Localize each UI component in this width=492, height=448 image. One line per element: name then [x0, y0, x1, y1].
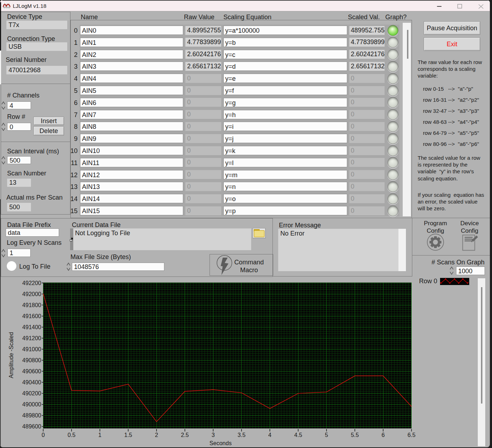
svg-text:4.5: 4.5 — [294, 432, 302, 438]
svg-text:490000: 490000 — [22, 401, 41, 407]
svg-text:5: 5 — [325, 432, 328, 438]
svg-text:492000: 492000 — [22, 291, 41, 297]
svg-text:3.5: 3.5 — [238, 432, 245, 438]
svg-text:489800: 489800 — [22, 412, 41, 418]
svg-text:490200: 490200 — [22, 390, 41, 396]
svg-text:491200: 491200 — [22, 335, 41, 341]
svg-text:489600: 489600 — [22, 423, 41, 429]
svg-text:3: 3 — [212, 432, 215, 438]
svg-text:1.5: 1.5 — [124, 432, 132, 438]
svg-text:Seconds: Seconds — [210, 440, 232, 446]
svg-text:0: 0 — [42, 432, 45, 438]
svg-text:490600: 490600 — [22, 368, 41, 374]
svg-text:1: 1 — [98, 432, 101, 438]
svg-text:490400: 490400 — [22, 379, 41, 385]
svg-text:6.5: 6.5 — [408, 432, 416, 438]
svg-text:Amplitude -Scaled: Amplitude -Scaled — [8, 332, 14, 378]
svg-text:491600: 491600 — [22, 313, 41, 319]
svg-text:492200: 492200 — [22, 280, 41, 286]
svg-text:2.5: 2.5 — [181, 432, 189, 438]
svg-text:2: 2 — [155, 432, 158, 438]
svg-text:491400: 491400 — [22, 324, 41, 330]
svg-text:491800: 491800 — [22, 302, 41, 308]
svg-text:491000: 491000 — [22, 346, 41, 352]
svg-text:4: 4 — [268, 432, 271, 438]
svg-text:490800: 490800 — [22, 357, 41, 363]
svg-text:5.5: 5.5 — [351, 432, 359, 438]
svg-text:6: 6 — [382, 432, 385, 438]
svg-text:0.5: 0.5 — [68, 432, 75, 438]
